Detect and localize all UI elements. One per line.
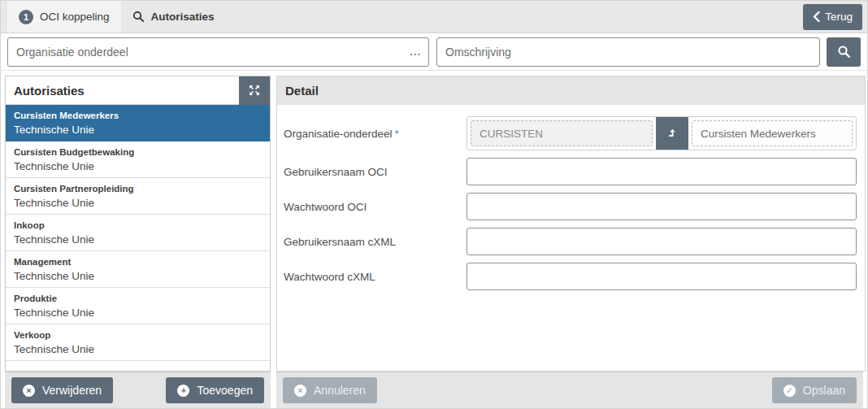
list-item[interactable]: Cursisten Budgetbewaking Technische Unie: [6, 141, 270, 178]
list-item-subtitle: Technische Unie: [14, 305, 262, 320]
list-item[interactable]: Management Technische Unie: [6, 251, 270, 288]
list-item-subtitle: Technische Unie: [14, 268, 262, 284]
chevron-left-icon: [813, 11, 820, 22]
add-button[interactable]: + Toevoegen: [166, 377, 264, 403]
circle-x-icon: ×: [23, 385, 35, 397]
save-button-label: Opslaan: [803, 384, 845, 397]
search-icon: [837, 45, 851, 59]
org-name-field: [692, 120, 853, 146]
search-row: ...: [1, 33, 867, 71]
save-button[interactable]: ✓ Opslaan: [772, 377, 857, 403]
detail-panel-header: Detail: [277, 76, 865, 105]
gebruikersnaam-cxml-row: Gebruikersnaam cXML: [284, 228, 857, 255]
wachtwoord-oci-label: Wachtwoord OCI: [284, 201, 467, 213]
list-item[interactable]: Cursisten Partneropleiding Technische Un…: [6, 178, 270, 215]
org-lookup-ellipsis-button[interactable]: ...: [402, 46, 428, 58]
detail-panel: Detail Organisatie-onderdeel*: [276, 76, 866, 372]
detail-panel-title: Detail: [277, 84, 319, 98]
list-item-subtitle: Technische Unie: [14, 342, 262, 357]
gebruikersnaam-oci-label: Gebruikersnaam OCI: [284, 166, 467, 178]
org-onderdeel-input[interactable]: [8, 38, 402, 66]
autorisaties-list: Cursisten Medewerkers Technische Unie Cu…: [6, 105, 270, 371]
wachtwoord-oci-input[interactable]: [467, 193, 857, 220]
delete-button[interactable]: × Verwijderen: [11, 377, 113, 403]
delete-button-label: Verwijderen: [42, 384, 102, 397]
expand-arrows-icon: [249, 85, 260, 96]
list-item[interactable]: Inkoop Technische Unie: [6, 215, 270, 251]
list-item-title: Management: [14, 256, 262, 268]
list-item[interactable]: Cursisten Medewerkers Technische Unie: [6, 105, 270, 141]
list-item-title: Cursisten Partneropleiding: [14, 183, 262, 195]
expand-panel-button[interactable]: [239, 76, 270, 105]
cancel-button-label: Annuleren: [314, 384, 366, 397]
search-button[interactable]: [827, 37, 861, 67]
list-item[interactable]: Verkoop Technische Unie: [6, 324, 270, 361]
cancel-button[interactable]: × Annuleren: [283, 377, 377, 403]
list-item-subtitle: Technische Unie: [14, 122, 262, 137]
org-name-value: [701, 128, 852, 140]
gebruikersnaam-oci-input[interactable]: [467, 158, 857, 185]
list-item-title: Produktie: [14, 293, 262, 305]
list-item-subtitle: Technische Unie: [14, 195, 262, 211]
footer-bar: × Verwijderen + Toevoegen × Annuleren ✓ …: [1, 372, 867, 408]
tab-autorisaties[interactable]: Autorisaties: [121, 1, 226, 33]
circle-x-icon: ×: [294, 385, 306, 397]
autorisaties-panel-header: Autorisaties: [6, 76, 270, 105]
detail-footer: × Annuleren ✓ Opslaan: [276, 372, 863, 408]
oci-koppeling-window: 1 OCI koppeling Autorisaties Terug ...: [0, 0, 868, 409]
org-code-value: [480, 128, 652, 140]
circle-plus-icon: +: [177, 385, 189, 397]
org-transfer-button[interactable]: [656, 117, 688, 150]
list-item-subtitle: Technische Unie: [14, 159, 262, 174]
list-footer: × Verwijderen + Toevoegen: [5, 372, 271, 408]
circle-check-icon: ✓: [783, 385, 796, 397]
org-onderdeel-fieldbox: ...: [7, 37, 429, 67]
tab-oci-koppeling[interactable]: 1 OCI koppeling: [7, 1, 121, 33]
top-tab-bar: 1 OCI koppeling Autorisaties Terug: [1, 1, 867, 33]
list-item-title: Inkoop: [14, 220, 262, 232]
main-area: Autorisaties Cursisten Medewerkers: [1, 71, 867, 372]
autorisaties-panel-title: Autorisaties: [6, 84, 85, 98]
list-item-title: Verkoop: [14, 329, 262, 342]
omschrijving-input[interactable]: [437, 38, 819, 66]
gebruikersnaam-cxml-label: Gebruikersnaam cXML: [284, 236, 467, 248]
wachtwoord-cxml-input[interactable]: [467, 263, 857, 290]
tab-autorisaties-label: Autorisaties: [151, 11, 215, 23]
list-item-title: Cursisten Budgetbewaking: [14, 146, 262, 159]
wachtwoord-cxml-label: Wachtwoord cXML: [284, 271, 467, 283]
add-button-label: Toevoegen: [197, 384, 253, 397]
required-asterisk: *: [395, 128, 399, 140]
list-item-subtitle: Technische Unie: [14, 232, 262, 247]
omschrijving-fieldbox: [436, 37, 820, 67]
org-code-field: [471, 120, 653, 146]
detail-form: Organisatie-onderdeel*: [277, 105, 865, 371]
gebruikersnaam-cxml-input[interactable]: [467, 228, 857, 255]
org-onderdeel-picker-group: [467, 116, 857, 150]
list-item[interactable]: Produktie Technische Unie: [6, 288, 270, 324]
gebruikersnaam-oci-row: Gebruikersnaam OCI: [284, 158, 857, 185]
step-1-badge-icon: 1: [19, 10, 33, 24]
back-button[interactable]: Terug: [803, 4, 862, 30]
wachtwoord-oci-row: Wachtwoord OCI: [284, 193, 857, 220]
autorisaties-panel: Autorisaties Cursisten Medewerkers: [5, 76, 271, 372]
back-button-label: Terug: [825, 11, 853, 23]
org-onderdeel-label: Organisatie-onderdeel*: [284, 128, 467, 140]
org-onderdeel-row: Organisatie-onderdeel*: [284, 116, 857, 150]
search-icon: [132, 11, 145, 23]
list-item-title: Cursisten Medewerkers: [14, 110, 262, 122]
level-up-arrow-icon: [667, 128, 678, 139]
org-onderdeel-label-text: Organisatie-onderdeel: [284, 128, 393, 140]
wachtwoord-cxml-row: Wachtwoord cXML: [284, 263, 857, 290]
tab-oci-koppeling-label: OCI koppeling: [40, 11, 110, 23]
